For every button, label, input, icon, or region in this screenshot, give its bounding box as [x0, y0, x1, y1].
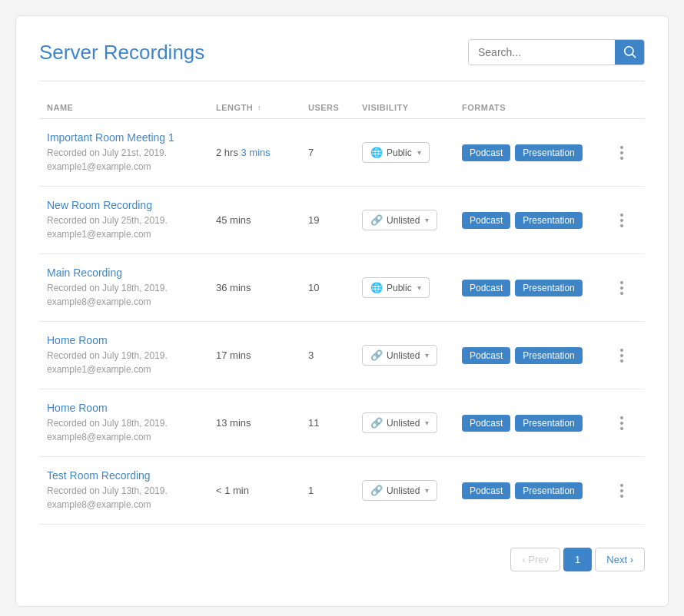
recording-name[interactable]: Main Recording — [47, 267, 201, 279]
badge-podcast[interactable]: Podcast — [462, 280, 510, 296]
actions-cell — [608, 254, 645, 322]
badge-podcast[interactable]: Podcast — [462, 347, 510, 364]
length-value: 36 mins — [216, 282, 251, 293]
link-icon: 🔗 — [370, 349, 383, 361]
name-cell: Main RecordingRecorded on July 18th, 201… — [39, 254, 208, 322]
users-cell: 19 — [300, 187, 354, 254]
visibility-button[interactable]: 🌐Public▾ — [362, 277, 430, 298]
users-cell: 10 — [300, 254, 354, 322]
more-actions-button[interactable] — [616, 346, 628, 366]
dot — [620, 157, 623, 160]
recording-meta: Recorded on July 18th, 2019.example8@exa… — [47, 281, 201, 309]
prev-button[interactable]: ‹ Prev — [510, 548, 560, 571]
recording-name[interactable]: New Room Recording — [47, 199, 201, 211]
recording-name[interactable]: Home Room — [47, 402, 201, 414]
users-cell: 3 — [300, 322, 354, 389]
visibility-label: Unlisted — [387, 418, 420, 429]
globe-icon: 🌐 — [370, 282, 383, 293]
dot — [620, 214, 623, 217]
length-value: < 1 min — [216, 485, 249, 496]
name-cell: Home RoomRecorded on July 19th, 2019.exa… — [39, 322, 208, 389]
visibility-caret: ▾ — [417, 148, 421, 157]
visibility-button[interactable]: 🔗Unlisted▾ — [362, 480, 437, 501]
dot — [620, 489, 623, 492]
header-divider — [39, 81, 645, 81]
col-length: LENGTH ↑ — [208, 97, 300, 119]
more-actions-button[interactable] — [616, 278, 628, 298]
recording-name[interactable]: Test Room Recording — [47, 469, 201, 482]
visibility-caret: ▾ — [417, 283, 421, 292]
recording-meta: Recorded on July 25th, 2019.example1@exa… — [47, 214, 201, 241]
dot — [620, 416, 623, 419]
search-input[interactable] — [469, 40, 615, 65]
users-cell: 7 — [300, 119, 354, 187]
page-1-button[interactable]: 1 — [563, 548, 592, 571]
dot — [620, 281, 623, 284]
table-row: Test Room RecordingRecorded on July 13th… — [39, 457, 645, 525]
col-formats: FORMATS — [454, 97, 608, 119]
visibility-label: Unlisted — [387, 215, 420, 226]
users-cell: 1 — [300, 457, 354, 525]
recording-name[interactable]: Important Room Meeting 1 — [47, 131, 201, 144]
col-actions — [608, 97, 645, 119]
length-value: 13 mins — [216, 417, 251, 429]
recording-meta: Recorded on July 21st, 2019.example1@exa… — [47, 146, 201, 174]
next-button[interactable]: Next › — [595, 548, 645, 571]
badge-presentation[interactable]: Presentation — [515, 347, 582, 364]
table-row: New Room RecordingRecorded on July 25th,… — [39, 187, 645, 254]
users-count: 7 — [308, 147, 314, 158]
visibility-button[interactable]: 🔗Unlisted▾ — [362, 412, 437, 433]
dot — [620, 292, 623, 295]
dot — [620, 146, 623, 149]
badge-podcast[interactable]: Podcast — [462, 144, 510, 161]
formats-cell: PodcastPresentation — [454, 322, 608, 389]
length-value: 45 mins — [216, 214, 251, 226]
users-count: 10 — [308, 282, 319, 293]
recording-name[interactable]: Home Room — [47, 334, 201, 346]
link-icon: 🔗 — [370, 485, 383, 496]
sort-arrow: ↑ — [257, 104, 262, 112]
dot — [620, 484, 623, 487]
badge-podcast[interactable]: Podcast — [462, 415, 510, 432]
badge-presentation[interactable]: Presentation — [515, 482, 582, 499]
dot — [620, 495, 623, 498]
formats-cell: PodcastPresentation — [454, 119, 608, 187]
users-count: 3 — [308, 349, 314, 361]
visibility-button[interactable]: 🔗Unlisted▾ — [362, 210, 437, 230]
col-visibility: VISIBILITY — [354, 97, 454, 119]
more-actions-button[interactable] — [616, 143, 628, 163]
visibility-label: Public — [387, 283, 412, 293]
badge-presentation[interactable]: Presentation — [515, 144, 582, 161]
visibility-cell: 🔗Unlisted▾ — [354, 322, 454, 389]
link-icon: 🔗 — [370, 214, 383, 226]
visibility-cell: 🔗Unlisted▾ — [354, 187, 454, 254]
table-body: Important Room Meeting 1Recorded on July… — [39, 119, 645, 525]
length-value: 17 mins — [216, 349, 251, 361]
length-highlight: 3 mins — [241, 147, 271, 158]
length-value: 2 hrs 3 mins — [216, 147, 271, 158]
badge-podcast[interactable]: Podcast — [462, 212, 510, 229]
more-actions-button[interactable] — [616, 210, 628, 230]
visibility-button[interactable]: 🔗Unlisted▾ — [362, 345, 437, 366]
badge-podcast[interactable]: Podcast — [462, 482, 510, 499]
actions-cell — [608, 119, 645, 187]
globe-icon: 🌐 — [370, 147, 383, 158]
badge-presentation[interactable]: Presentation — [515, 415, 582, 432]
col-name: NAME — [39, 97, 208, 119]
users-count: 19 — [308, 214, 319, 226]
more-actions-button[interactable] — [616, 481, 628, 501]
visibility-button[interactable]: 🌐Public▾ — [362, 142, 430, 163]
visibility-label: Unlisted — [387, 350, 420, 361]
visibility-label: Public — [387, 147, 412, 158]
search-button[interactable] — [615, 40, 645, 65]
visibility-label: Unlisted — [387, 485, 420, 496]
badge-presentation[interactable]: Presentation — [515, 212, 582, 229]
table-row: Home RoomRecorded on July 18th, 2019.exa… — [39, 389, 645, 457]
name-cell: Test Room RecordingRecorded on July 13th… — [39, 457, 208, 525]
dot — [620, 151, 623, 154]
col-users: USERS — [300, 97, 354, 119]
badge-presentation[interactable]: Presentation — [515, 280, 582, 296]
more-actions-button[interactable] — [616, 413, 628, 433]
table-header: NAME LENGTH ↑ USERS VISIBILITY FORMATS — [39, 97, 645, 119]
link-icon: 🔗 — [370, 417, 383, 429]
